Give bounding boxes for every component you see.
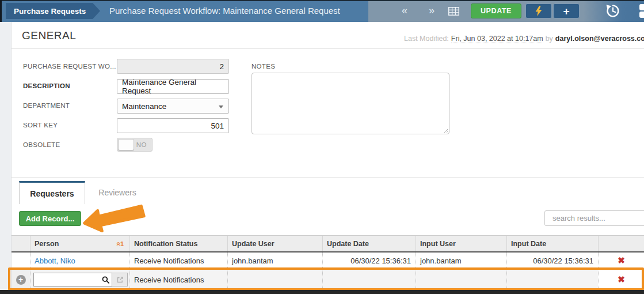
sort-key-field[interactable]: 501 xyxy=(117,118,229,133)
description-value: Maintenance General Request xyxy=(122,78,224,95)
quick-actions-button[interactable] xyxy=(525,3,552,18)
prev-record-button[interactable]: « xyxy=(396,0,413,22)
sort-indicator: « 1 xyxy=(116,240,124,247)
description-field[interactable]: Maintenance General Request xyxy=(117,79,229,94)
window-left-edge xyxy=(0,0,2,22)
header-cell-update-user[interactable]: Update User xyxy=(227,236,322,251)
department-select[interactable]: Maintenance xyxy=(117,99,229,114)
workflow-id-field: 2 xyxy=(117,59,229,74)
dropdown-caret-icon xyxy=(219,105,223,108)
grip-dot xyxy=(639,12,644,18)
delete-row-icon[interactable]: ✖ xyxy=(618,274,625,285)
row-notification-cell: Receive Notifications xyxy=(129,252,227,269)
add-record-button[interactable]: Add Record... xyxy=(19,211,81,226)
new-row-person-cell xyxy=(30,269,129,290)
table-row: Abbott, Niko Receive Notifications john.… xyxy=(12,252,644,269)
breadcrumb-label: Purchase Requests xyxy=(14,7,86,16)
plus-icon: + xyxy=(563,6,569,17)
row-input-user-cell: john.bantam xyxy=(416,252,506,269)
row-actions-cell: ✖ xyxy=(598,252,644,269)
field-label-sort-key: SORT KEY xyxy=(23,122,58,129)
chevron-left-icon: « xyxy=(402,5,407,16)
open-record-button[interactable] xyxy=(112,273,128,287)
person-lookup-input[interactable] xyxy=(36,276,102,284)
toggle-knob xyxy=(118,139,134,150)
tabs-divider xyxy=(12,177,644,178)
top-toolbar: Purchase Requests Purchase Request Workf… xyxy=(0,0,644,22)
add-new-button[interactable]: + xyxy=(553,3,580,18)
new-row-update-user-cell xyxy=(227,269,322,290)
person-link[interactable]: Abbott, Niko xyxy=(35,257,75,265)
update-button[interactable]: UPDATE xyxy=(471,3,521,18)
tab-requesters[interactable]: Requesters xyxy=(19,181,85,204)
lightning-icon xyxy=(535,6,542,16)
sort-asc-icon: « xyxy=(115,242,121,246)
header-person-label: Person xyxy=(35,240,59,248)
tab-reviewers-label: Reviewers xyxy=(98,188,136,197)
sort-key-value: 501 xyxy=(211,122,224,130)
new-record-row: + xyxy=(12,269,644,290)
last-modified-label: Last Modified: xyxy=(404,35,449,43)
annotation-arrow xyxy=(82,203,146,233)
update-button-label: UPDATE xyxy=(481,7,512,15)
header-cell-update-date[interactable]: Update Date xyxy=(322,236,416,251)
header-cell-actions xyxy=(598,236,644,251)
field-label-department: DEPARTMENT xyxy=(23,102,70,109)
results-search[interactable] xyxy=(544,210,644,226)
row-icon-cell xyxy=(12,252,30,269)
external-link-icon xyxy=(116,276,124,284)
last-modified-user: daryl.olson@veracross.com xyxy=(555,35,644,43)
header-cell-icon xyxy=(12,236,30,251)
header-cell-notification-status[interactable]: Notification Status xyxy=(129,236,227,251)
notes-textarea[interactable] xyxy=(252,73,449,134)
header-cell-person[interactable]: Person « 1 xyxy=(30,236,129,251)
new-row-add-cell: + xyxy=(12,269,30,290)
requesters-table: Person « 1 Notification Status Update Us… xyxy=(12,235,644,290)
last-modified-by-label: by xyxy=(546,35,553,43)
last-modified-value[interactable]: Fri, Jun 03, 2022 at 10:17am xyxy=(451,35,543,43)
add-record-label: Add Record... xyxy=(26,214,75,223)
table-grid-icon xyxy=(448,7,459,16)
results-search-input[interactable] xyxy=(552,214,644,223)
new-row-notification-cell[interactable]: Receive Notifications xyxy=(129,269,227,290)
search-icon xyxy=(102,276,109,284)
workflow-id-value: 2 xyxy=(219,62,224,71)
row-person-cell: Abbott, Niko xyxy=(30,252,129,269)
field-label-notes: NOTES xyxy=(251,63,275,70)
grid-view-button[interactable] xyxy=(448,7,459,18)
field-label-obsolete: OBSOLETE xyxy=(23,141,60,148)
more-menu-icon-partial[interactable] xyxy=(639,4,644,19)
field-label-description: DESCRIPTION xyxy=(23,82,70,89)
toggle-state-label: NO xyxy=(136,141,147,148)
new-row-update-date-cell xyxy=(322,269,416,290)
chevron-right-icon: » xyxy=(429,5,435,16)
section-title: GENERAL xyxy=(22,29,76,42)
history-icon xyxy=(605,3,620,18)
person-lookup-field[interactable] xyxy=(33,273,112,287)
window-top-edge xyxy=(0,0,644,1)
next-record-button[interactable]: » xyxy=(423,0,440,22)
app-window: Purchase Requests Purchase Request Workf… xyxy=(0,0,644,294)
add-row-icon[interactable]: + xyxy=(16,275,26,285)
window-bottom-edge xyxy=(0,290,644,294)
header-cell-input-user[interactable]: Input User xyxy=(416,236,506,251)
table-header-row: Person « 1 Notification Status Update Us… xyxy=(12,235,644,252)
last-modified: Last Modified: Fri, Jun 03, 2022 at 10:1… xyxy=(402,33,644,44)
row-update-date-cell: 06/30/22 15:36:31 xyxy=(322,252,416,269)
tab-reviewers[interactable]: Reviewers xyxy=(85,181,150,204)
row-update-user-cell: john.bantam xyxy=(227,252,322,269)
history-button[interactable] xyxy=(605,3,620,18)
department-value: Maintenance xyxy=(122,102,166,111)
page-title: Purchase Request Workflow: Maintenance G… xyxy=(109,0,340,22)
section-divider xyxy=(12,48,644,49)
tab-requesters-label: Requesters xyxy=(30,189,74,198)
new-row-input-date-cell xyxy=(506,269,598,290)
new-row-input-user-cell xyxy=(416,269,506,290)
breadcrumb[interactable]: Purchase Requests xyxy=(6,3,93,19)
delete-row-icon[interactable]: ✖ xyxy=(618,255,625,266)
field-label-workflow-id: PURCHASE REQUEST WO... xyxy=(23,63,116,70)
obsolete-toggle[interactable]: NO xyxy=(117,138,153,152)
new-row-actions-cell: ✖ xyxy=(598,269,644,290)
header-cell-input-date[interactable]: Input Date xyxy=(506,236,598,251)
notes-field-wrap xyxy=(251,73,449,134)
